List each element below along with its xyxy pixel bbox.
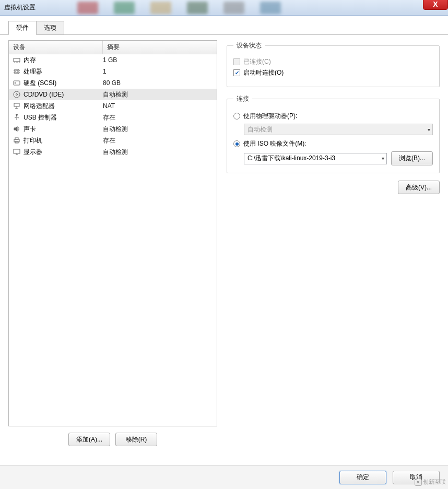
iso-path-combo[interactable]: C:\迅雷下载\kali-linux-2019-3-i3 ▾: [244, 153, 387, 164]
background-blurred-icons: [77, 2, 444, 14]
list-item-disk[interactable]: 硬盘 (SCSI) 80 GB: [9, 77, 217, 89]
cd-icon: [12, 90, 21, 99]
connect-poweron-checkbox[interactable]: [233, 69, 240, 76]
list-item-network[interactable]: 网络适配器 NAT: [9, 100, 217, 112]
close-icon: X: [433, 0, 438, 8]
watermark-icon: ✕: [415, 479, 422, 486]
physical-drive-label: 使用物理驱动器(P):: [243, 112, 297, 121]
physical-drive-combo: 自动检测 ▾: [244, 124, 433, 135]
tab-hardware[interactable]: 硬件: [8, 21, 37, 35]
list-header: 设备 摘要: [9, 41, 217, 54]
device-status-legend: 设备状态: [233, 41, 265, 50]
memory-icon: [12, 56, 21, 64]
list-item-printer[interactable]: 打印机 存在: [9, 135, 217, 146]
tabs: 硬件 选项: [8, 21, 448, 35]
svg-line-21: [17, 117, 19, 118]
iso-file-radio[interactable]: [233, 140, 240, 147]
connection-group: 连接 使用物理驱动器(P): 自动检测 ▾ 使用 ISO 映像文件(M):: [227, 94, 440, 173]
right-panel: 设备状态 已连接(C) 启动时连接(O) 连接 使用物理驱动器(P):: [227, 40, 440, 446]
bottom-bar: 确定 取消 ✕ 创新互联: [0, 465, 448, 489]
svg-point-12: [15, 82, 16, 84]
svg-rect-0: [14, 58, 20, 62]
list-item-memory[interactable]: 内存 1 GB: [9, 54, 217, 66]
device-status-group: 设备状态 已连接(C) 启动时连接(O): [227, 41, 440, 87]
disk-icon: [12, 79, 21, 87]
svg-rect-15: [14, 103, 19, 106]
printer-icon: [12, 136, 21, 145]
list-body: 内存 1 GB 处理器 1 硬盘 (SCSI) 80 GB: [9, 54, 217, 426]
device-list: 设备 摘要 内存 1 GB 处理器 1: [8, 40, 217, 426]
svg-point-14: [16, 94, 18, 96]
chevron-down-icon: ▾: [428, 127, 430, 133]
list-item-display[interactable]: 显示器 自动检测: [9, 146, 217, 158]
header-summary[interactable]: 摘要: [103, 41, 217, 54]
add-button[interactable]: 添加(A)...: [68, 433, 110, 446]
usb-icon: [12, 113, 21, 122]
chevron-down-icon[interactable]: ▾: [382, 156, 384, 161]
close-button[interactable]: X: [423, 0, 448, 10]
display-icon: [12, 148, 21, 156]
connected-checkbox: [233, 58, 240, 65]
connected-label: 已连接(C): [243, 57, 271, 66]
window-title: 虚拟机设置: [4, 3, 36, 12]
sound-icon: [12, 125, 21, 133]
list-item-sound[interactable]: 声卡 自动检测: [9, 123, 217, 135]
titlebar: 虚拟机设置 X: [0, 0, 448, 16]
list-item-cddvd[interactable]: CD/DVD (IDE) 自动检测: [9, 89, 217, 100]
watermark: ✕ 创新互联: [415, 478, 446, 486]
iso-file-label: 使用 ISO 映像文件(M):: [243, 139, 306, 148]
advanced-button[interactable]: 高级(V)...: [398, 181, 440, 194]
svg-rect-25: [14, 149, 20, 153]
tab-options[interactable]: 选项: [36, 21, 64, 35]
left-panel: 设备 摘要 内存 1 GB 处理器 1: [8, 40, 217, 446]
svg-line-20: [15, 117, 17, 118]
connection-legend: 连接: [233, 94, 252, 103]
list-item-cpu[interactable]: 处理器 1: [9, 66, 217, 77]
browse-button[interactable]: 浏览(B)...: [391, 151, 433, 165]
list-item-usb[interactable]: USB 控制器 存在: [9, 112, 217, 123]
svg-point-13: [14, 91, 20, 98]
connect-poweron-label: 启动时连接(O): [243, 68, 284, 77]
network-icon: [12, 102, 21, 110]
ok-button[interactable]: 确定: [339, 471, 386, 484]
physical-drive-radio[interactable]: [233, 113, 240, 120]
header-device[interactable]: 设备: [9, 41, 103, 54]
remove-button[interactable]: 移除(R): [115, 433, 157, 446]
svg-rect-5: [15, 69, 19, 74]
svg-rect-23: [15, 138, 18, 139]
cpu-icon: [12, 67, 21, 76]
svg-rect-6: [16, 70, 18, 73]
